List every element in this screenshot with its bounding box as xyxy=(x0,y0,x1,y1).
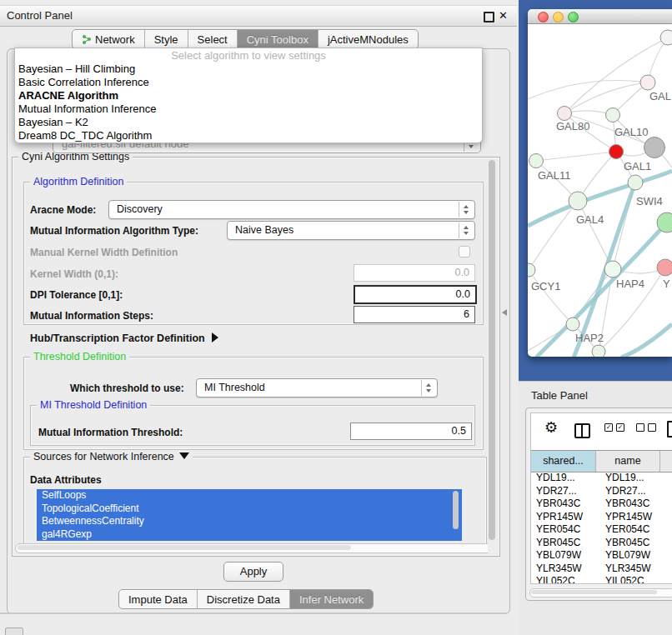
algorithm-dropdown-popup: Select algorithm to view settings Bayesi… xyxy=(14,48,483,143)
splitter-collapse-icon[interactable] xyxy=(502,309,507,316)
table-row[interactable]: YBR045CYBR045C9. xyxy=(531,537,672,550)
list-scrollbar-thumb[interactable] xyxy=(453,491,459,529)
node-GAL1[interactable] xyxy=(609,145,624,159)
manual-kernel-checkbox[interactable] xyxy=(459,246,470,258)
node-GAL80-label: GAL80 xyxy=(556,120,589,132)
node-unlabeled-top[interactable] xyxy=(660,30,672,45)
node-gray[interactable] xyxy=(644,138,665,158)
settings-horizontal-scrollbar[interactable] xyxy=(15,543,494,553)
algorithm-option[interactable]: Basic Correlation Inference xyxy=(15,76,482,89)
network-edge[interactable] xyxy=(564,82,648,113)
scrollbar-thumb[interactable] xyxy=(489,160,495,540)
zoom-traffic-light[interactable] xyxy=(568,12,579,22)
scrollbar-thumb[interactable] xyxy=(18,545,351,550)
network-edge[interactable] xyxy=(528,81,648,100)
split-columns-icon[interactable] xyxy=(574,423,590,438)
network-window-titlebar[interactable] xyxy=(528,9,672,24)
tab-infer-network[interactable]: Infer Network xyxy=(290,590,373,608)
table-horizontal-scrollbar[interactable] xyxy=(529,588,672,598)
column-header[interactable]: A xyxy=(660,451,672,472)
algorithm-option[interactable]: ARACNE Algorithm xyxy=(15,89,482,102)
table-cell xyxy=(669,549,672,562)
node-gal-clipped-label: GAL xyxy=(649,90,671,102)
mi-threshold-group-title: MI Threshold Definition xyxy=(37,399,150,411)
table-row[interactable]: YDR27...YDR27...12 xyxy=(531,485,672,498)
table-row[interactable]: YIL052CYIL052C9. xyxy=(531,575,672,584)
network-edge[interactable] xyxy=(536,152,616,161)
node-HAP2[interactable] xyxy=(566,318,579,331)
node-HAP4-label: HAP4 xyxy=(616,278,644,290)
control-panel: Control Panel ✕ NetworkStyleSelectCyni T… xyxy=(0,0,517,635)
algorithm-option[interactable]: Dream8 DC_TDC Algorithm xyxy=(15,129,482,142)
node-GAL11-label: GAL11 xyxy=(538,169,571,182)
tab-network[interactable]: Network xyxy=(73,30,145,48)
float-window-icon[interactable] xyxy=(484,12,494,22)
table-cell: YER054C xyxy=(600,523,669,537)
attribute-item[interactable]: gal4RGexp xyxy=(37,528,462,542)
kernel-width-field[interactable]: 0.0 xyxy=(354,264,475,282)
mi-type-combobox[interactable]: Naive Bayes xyxy=(227,221,475,240)
node-GAL4[interactable] xyxy=(569,192,587,210)
network-edge-thick[interactable] xyxy=(621,324,672,357)
node-salmon[interactable] xyxy=(657,259,672,276)
table-row[interactable]: YPR145WYPR145W9. xyxy=(531,511,672,524)
panel-divider xyxy=(0,612,507,614)
algorithm-option[interactable]: Bayesian – Hill Climbing xyxy=(15,62,482,76)
mi-type-label: Mutual Information Algorithm Type: xyxy=(30,225,198,237)
mi-threshold-field[interactable]: 0.5 xyxy=(350,422,472,440)
algorithm-option[interactable]: Mutual Information Inference xyxy=(15,102,482,116)
node-salmon-label: Y xyxy=(663,278,670,290)
corner-button[interactable] xyxy=(5,628,23,635)
close-icon[interactable]: ✕ xyxy=(499,9,508,22)
aracne-mode-combobox[interactable]: Discovery xyxy=(108,200,475,219)
table-row[interactable]: YBL079WYBL079W xyxy=(531,549,672,562)
tab-label: Network xyxy=(95,33,135,46)
tab-discretize-data[interactable]: Discretize Data xyxy=(198,590,290,608)
apply-button[interactable]: Apply xyxy=(223,562,283,582)
tab-cyni-toolbox[interactable]: Cyni Toolbox xyxy=(238,30,318,48)
column-header[interactable]: name xyxy=(596,451,660,472)
hub-definition-expander[interactable]: Hub/Transcription Factor Definition xyxy=(30,332,218,344)
tab-jactivemnodules[interactable]: jActiveMNodules xyxy=(318,30,418,48)
node-HAP4[interactable] xyxy=(604,261,621,278)
tab-impute-data[interactable]: Impute Data xyxy=(119,590,198,608)
select-all-checks-icon[interactable]: ✓✓ xyxy=(604,423,624,432)
network-graph-canvas[interactable]: GALGAL80GAL10GAL1GAL11SWI4GAL4GCY1HAP4YH… xyxy=(528,24,672,357)
deselect-all-checks-icon[interactable] xyxy=(636,423,656,432)
node-GAL10[interactable] xyxy=(606,108,620,122)
sources-expander[interactable]: Sources for Network Inference xyxy=(30,451,193,462)
node-GAL11[interactable] xyxy=(529,154,544,168)
scrollbar-thumb[interactable] xyxy=(531,590,657,594)
node-SWI4[interactable] xyxy=(628,175,643,190)
table-row[interactable]: YLR345WYLR345W9. xyxy=(531,562,672,576)
table-row[interactable]: YBR043CYBR043C xyxy=(531,498,672,511)
algorithm-option[interactable]: Bayesian – K2 xyxy=(15,116,482,129)
node-gal-clipped[interactable] xyxy=(640,75,655,90)
attribute-item[interactable]: TopologicalCoefficient xyxy=(37,502,462,516)
control-panel-titlebar: Control Panel ✕ xyxy=(0,5,517,27)
attribute-item[interactable]: SelfLoops xyxy=(37,489,462,502)
gear-icon[interactable]: ⚙ xyxy=(544,418,558,437)
node-GAL80[interactable] xyxy=(558,107,572,121)
table-row[interactable]: YDL19...YDL19...13 xyxy=(531,472,672,485)
table-panel-box: ⚙ ✓✓ shared...nameA YDL19...YDL19...13YD… xyxy=(525,408,672,601)
mi-threshold-label: Mutual Information Threshold: xyxy=(38,427,183,438)
new-table-icon[interactable] xyxy=(667,421,672,438)
combo-stepper-icon xyxy=(459,202,474,218)
minimize-traffic-light[interactable] xyxy=(553,12,564,22)
tab-select[interactable]: Select xyxy=(188,30,238,48)
column-header[interactable]: shared... xyxy=(531,451,596,472)
which-threshold-combobox[interactable]: MI Threshold xyxy=(196,378,438,398)
node-unlabeled-bottom[interactable] xyxy=(592,345,605,357)
mi-steps-field[interactable]: 6 xyxy=(354,306,475,323)
node-GCY1[interactable] xyxy=(528,263,535,277)
table-row[interactable]: YER054CYER054C8. xyxy=(531,523,672,537)
tab-style[interactable]: Style xyxy=(145,30,188,48)
close-traffic-light[interactable] xyxy=(538,12,549,22)
table-cell: YLR345W xyxy=(600,562,669,576)
attribute-item[interactable]: BetweennessCentrality xyxy=(37,515,462,528)
network-edge[interactable] xyxy=(529,270,573,324)
dpi-tolerance-field[interactable]: 0.0 xyxy=(354,285,477,304)
settings-vertical-scrollbar[interactable] xyxy=(488,158,497,553)
table-cell: 9. xyxy=(669,575,672,584)
